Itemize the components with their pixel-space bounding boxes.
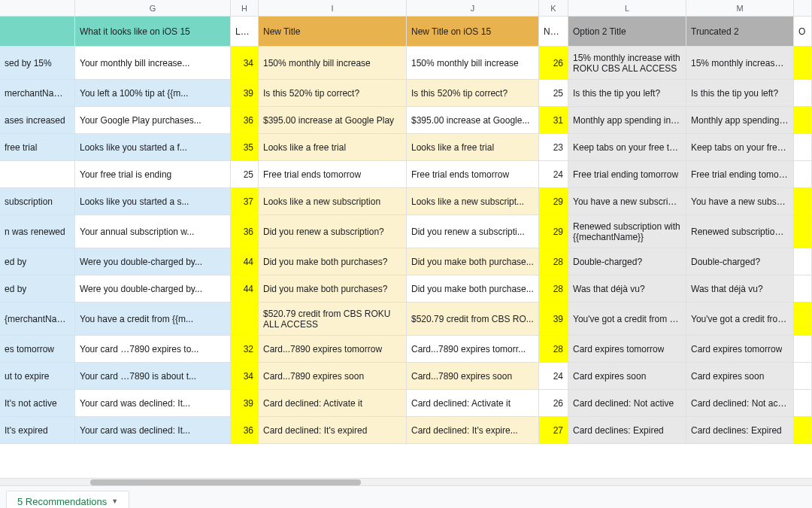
hdr-I[interactable]: New Title [259,17,407,46]
cell-N[interactable] [794,417,812,443]
cell-G[interactable]: Your monthly bill increase... [75,47,231,79]
cell-N[interactable] [794,215,812,248]
cell-H[interactable]: 39 [231,80,259,106]
cell-N[interactable] [794,161,812,187]
cell-G[interactable]: Your card was declined: It... [75,390,231,416]
cell-H[interactable]: 36 [231,417,259,443]
hdr-F[interactable] [0,17,75,46]
cell-N[interactable] [794,303,812,335]
col-header-I[interactable]: I [259,0,407,16]
cell-G[interactable]: Your Google Play purchases... [75,107,231,133]
cell-J[interactable]: Did you renew a subscripti... [407,215,539,248]
col-header-G[interactable]: G [75,0,231,16]
cell-H[interactable]: 34 [231,363,259,389]
cell-H[interactable]: 34 [231,47,259,79]
cell-J[interactable]: $395.00 increase at Google... [407,107,539,133]
cell-G[interactable]: Your card …7890 expires to... [75,336,231,362]
cell-F[interactable]: sed by 15% [0,47,75,79]
cell-L[interactable]: Card declines: Expired [568,417,686,443]
cell-I[interactable]: Card declined: Activate it [259,390,407,416]
cell-M[interactable]: 15% monthly increase with ... [686,47,794,79]
cell-I[interactable]: Free trial ends tomorrow [259,161,407,187]
cell-J[interactable]: Free trial ends tomorrow [407,161,539,187]
cell-G[interactable]: You have a credit from {{m... [75,303,231,335]
cell-I[interactable]: $520.79 credit from CBS ROKU ALL ACCESS [259,303,407,335]
col-header-F[interactable] [0,0,75,16]
cell-I[interactable]: Card...7890 expires tomorrow [259,336,407,362]
cell-N[interactable] [794,107,812,133]
hdr-G[interactable]: What it looks like on iOS 15 [75,17,231,46]
cell-K[interactable]: 23 [539,134,568,160]
cell-I[interactable]: Card declined: It's expired [259,417,407,443]
cell-L[interactable]: 15% monthly increase with ROKU CBS ALL A… [568,47,686,79]
cell-J[interactable]: Is this 520% tip correct? [407,80,539,106]
cell-G[interactable]: Were you double-charged by... [75,275,231,302]
cell-J[interactable]: Card...7890 expires soon [407,363,539,389]
cell-N[interactable] [794,188,812,214]
cell-L[interactable]: Card declined: Not active [568,390,686,416]
cell-H[interactable]: 32 [231,336,259,362]
cell-K[interactable]: 28 [539,275,568,302]
horizontal-scrollbar[interactable] [0,478,812,485]
cell-K[interactable]: 28 [539,336,568,362]
cell-I[interactable]: Is this 520% tip correct? [259,80,407,106]
cell-J[interactable]: 150% monthly bill increase [407,47,539,79]
cell-K[interactable]: 29 [539,215,568,248]
col-header-L[interactable]: L [568,0,686,16]
cell-K[interactable]: 31 [539,107,568,133]
cell-J[interactable]: Did you make both purchase... [407,275,539,302]
cell-I[interactable]: Did you make both purchases? [259,275,407,302]
cell-J[interactable]: $520.79 credit from CBS RO... [407,303,539,335]
cell-J[interactable]: Card declined: Activate it [407,390,539,416]
cell-M[interactable]: Free trial ending tomorrow [686,161,794,187]
grid-body[interactable]: What it looks like on iOS 15 Length New … [0,17,812,478]
col-header-N[interactable] [794,0,812,16]
cell-H[interactable]: 36 [231,107,259,133]
cell-F[interactable]: It's expired [0,417,75,443]
hdr-M[interactable]: Truncated 2 [686,17,794,46]
scrollbar-thumb[interactable] [90,479,361,485]
cell-I[interactable]: Card...7890 expires soon [259,363,407,389]
hdr-H[interactable]: Length [231,17,259,46]
cell-L[interactable]: You have a new subscription [568,188,686,214]
cell-L[interactable]: Renewed subscription with {{mechantName}… [568,215,686,248]
cell-L[interactable]: Free trial ending tomorrow [568,161,686,187]
cell-F[interactable]: merchantName}} [0,80,75,106]
cell-F[interactable]: ases increased [0,107,75,133]
cell-L[interactable]: You've got a credit from Target [568,303,686,335]
hdr-J[interactable]: New Title on iOS 15 [407,17,539,46]
cell-H[interactable]: 35 [231,134,259,160]
cell-H[interactable]: 25 [231,161,259,187]
cell-J[interactable]: Card...7890 expires tomorr... [407,336,539,362]
col-header-K[interactable]: K [539,0,568,16]
cell-N[interactable] [794,336,812,362]
cell-F[interactable] [0,161,75,187]
cell-F[interactable]: ed by [0,248,75,275]
cell-M[interactable]: You have a new subscriptio... [686,188,794,214]
cell-G[interactable]: Looks like you started a f... [75,134,231,160]
cell-M[interactable]: Is this the tip you left? [686,80,794,106]
cell-K[interactable]: 24 [539,363,568,389]
cell-G[interactable]: Your card was declined: It... [75,417,231,443]
cell-K[interactable]: 39 [539,303,568,335]
cell-G[interactable]: Your card …7890 is about t... [75,363,231,389]
cell-K[interactable]: 24 [539,161,568,187]
hdr-K[interactable]: New Length [539,17,568,46]
cell-J[interactable]: Card declined: It's expire... [407,417,539,443]
cell-N[interactable] [794,275,812,302]
cell-M[interactable]: Was that déjà vu? [686,275,794,302]
cell-G[interactable]: Your free trial is ending [75,161,231,187]
cell-F[interactable]: n was renewed [0,215,75,248]
cell-K[interactable]: 28 [539,248,568,275]
cell-M[interactable]: Keep tabs on your free tri... [686,134,794,160]
cell-L[interactable]: Keep tabs on your free trial [568,134,686,160]
cell-M[interactable]: Monthly app spending incre... [686,107,794,133]
hdr-N[interactable]: Opti [794,17,812,46]
cell-M[interactable]: Card expires soon [686,363,794,389]
cell-G[interactable]: You left a 100% tip at {{m... [75,80,231,106]
cell-M[interactable]: You've got a credit from T... [686,303,794,335]
cell-L[interactable]: Card expires tomorrow [568,336,686,362]
cell-K[interactable]: 26 [539,47,568,79]
cell-I[interactable]: 150% monthly bill increase [259,47,407,79]
cell-G[interactable]: Your annual subscription w... [75,215,231,248]
